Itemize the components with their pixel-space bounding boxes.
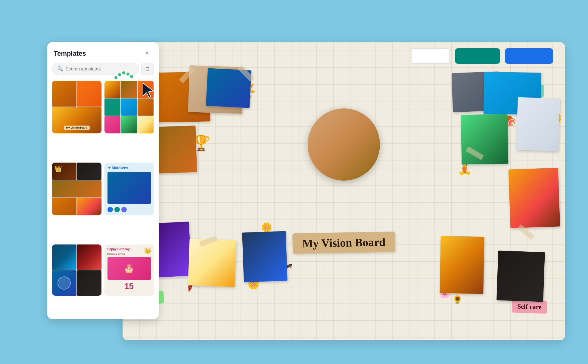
photo-nature xyxy=(461,114,508,164)
photo-medical xyxy=(516,97,560,151)
templates-panel: Templates × 🔍 ⊟ My Vision Bo xyxy=(47,42,159,319)
photo-portrait-bottom xyxy=(440,236,484,294)
template-card-5[interactable] xyxy=(52,244,101,296)
close-icon: × xyxy=(145,50,149,57)
search-input[interactable] xyxy=(66,66,134,71)
template-card-6[interactable]: Happy Birthday! Rebecca Downs 🎂 15 👑 xyxy=(104,244,154,296)
header-btn-teal[interactable] xyxy=(455,48,500,64)
search-input-wrap[interactable]: 🔍 xyxy=(52,63,139,75)
template-card-4[interactable]: ✈ Maldives xyxy=(104,163,154,215)
panel-header: Templates × xyxy=(47,42,159,63)
templates-grid: My Vision Board xyxy=(47,79,159,319)
center-portrait xyxy=(308,108,380,181)
daisy4-sticker: 🌼 xyxy=(261,223,272,232)
panel-title: Templates xyxy=(54,50,86,58)
filter-button[interactable]: ⊟ xyxy=(141,63,154,75)
template-card-2[interactable] xyxy=(104,81,154,133)
template-card-1[interactable]: My Vision Board xyxy=(52,81,101,133)
photo-sunset xyxy=(508,168,560,228)
close-button[interactable]: × xyxy=(142,49,152,58)
header-btn-blue[interactable] xyxy=(505,48,553,64)
header-buttons xyxy=(411,48,553,64)
photo-skater xyxy=(242,231,288,282)
main-canvas: Work Family Passion Self care My Vision … xyxy=(123,42,565,340)
canvas-content: Work Family Passion Self care My Vision … xyxy=(123,42,565,340)
flower2-sticker: 🌻 xyxy=(452,296,463,304)
crown-badge-6: 👑 xyxy=(144,247,151,254)
template-card-3[interactable]: 👑 xyxy=(52,163,101,215)
crown-badge-3: 👑 xyxy=(54,165,62,172)
filter-icon: ⊟ xyxy=(145,66,149,72)
header-btn-white[interactable] xyxy=(411,48,450,64)
photo-art xyxy=(188,238,236,287)
search-bar: 🔍 ⊟ xyxy=(52,63,154,75)
vision-board-title: My Vision Board xyxy=(292,232,395,254)
photo-spa xyxy=(496,250,545,302)
search-icon: 🔍 xyxy=(57,66,63,72)
